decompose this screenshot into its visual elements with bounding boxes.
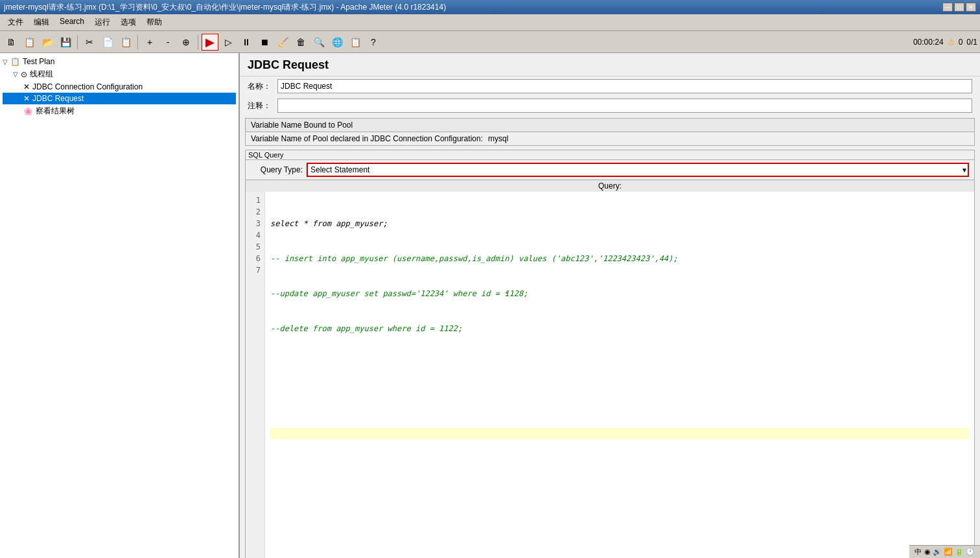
right-panel: JDBC Request 名称： 注释： Variable Name Bound…	[240, 53, 980, 558]
code-line-4: --delete from app_myuser where id = 1122…	[270, 323, 969, 334]
title-bar-buttons: — □ ✕	[942, 3, 976, 12]
stop-button[interactable]: ⏹	[256, 34, 273, 51]
variable-section: Variable Name Bound to Pool Variable Nam…	[245, 118, 975, 146]
toggle-button[interactable]: ⊕	[178, 34, 194, 51]
separator-3	[198, 35, 198, 49]
jdbc-panel: JDBC Request 名称： 注释： Variable Name Bound…	[240, 53, 980, 558]
tree-item-testplan[interactable]: ▽ 📋 Test Plan	[3, 56, 236, 67]
menu-edit[interactable]: 编辑	[29, 16, 54, 29]
code-line-8	[270, 463, 969, 558]
remote-button[interactable]: 🌐	[329, 34, 345, 51]
clear-all-button[interactable]: 🗑	[292, 34, 309, 51]
query-type-select[interactable]: Select Statement Update Statement Callab…	[307, 163, 969, 177]
minimize-button[interactable]: —	[942, 3, 953, 12]
name-input[interactable]	[277, 79, 972, 93]
code-line-2: -- insert into app_myuser (username,pass…	[270, 253, 969, 264]
status-bar: 中 ◉ 🔊 📶 🔋 🕐	[909, 545, 980, 558]
comment-label: 注释：	[248, 100, 274, 111]
code-line-6	[270, 393, 969, 404]
pool-variable-value: mysql	[488, 134, 508, 143]
separator-2	[137, 35, 138, 49]
expand-testplan[interactable]: ▽	[3, 58, 8, 65]
start-button[interactable]: ▶	[202, 34, 218, 51]
sql-section-title: SQL Query	[246, 150, 974, 160]
save-button[interactable]: 💾	[57, 34, 74, 51]
run-counter: 0/1	[966, 38, 977, 47]
line-num-1: 1	[250, 194, 261, 206]
line-numbers: 1 2 3 4 5 6 7	[246, 192, 265, 558]
menu-help[interactable]: 帮助	[141, 16, 167, 29]
code-text-1: select * from app_myuser;	[270, 219, 388, 228]
code-text-5	[270, 359, 275, 368]
line-num-5: 5	[250, 241, 261, 253]
cut-button[interactable]: ✂	[81, 34, 98, 51]
warning-icon: ⚠	[948, 38, 955, 47]
red-dot: •	[505, 290, 508, 296]
query-type-wrapper: Select Statement Update Statement Callab…	[307, 163, 969, 177]
expand-button[interactable]: +	[141, 34, 158, 51]
tree-item-threadgroup[interactable]: ▽ ⊙ 线程组	[3, 67, 236, 81]
jdbc-request-icon: ✕	[23, 94, 30, 103]
jdbc-config-label: JDBC Connection Configuration	[32, 82, 143, 91]
menu-options[interactable]: 选项	[115, 16, 141, 29]
copy-button[interactable]: 📄	[99, 34, 116, 51]
sql-section: SQL Query Query Type: Select Statement U…	[245, 150, 975, 558]
collapse-button[interactable]: -	[159, 34, 176, 51]
line-num-7: 7	[250, 264, 261, 276]
menu-file[interactable]: 文件	[3, 16, 29, 29]
code-line-3: --update app_myuser set passwd='12234' w…	[270, 288, 969, 299]
title-text: jmeter-mysql请求-练习.jmx (D:\1_学习资料\0_安大叔\0…	[4, 2, 446, 13]
line-num-4: 4	[250, 229, 261, 241]
code-line-1: select * from app_myuser;	[270, 218, 969, 229]
code-text-4: --delete from app_myuser where id = 1122…	[270, 324, 462, 333]
query-header: Query:	[246, 180, 974, 192]
code-text-6	[270, 394, 275, 403]
clear-button[interactable]: 🧹	[274, 34, 291, 51]
testplan-label: Test Plan	[23, 57, 54, 66]
line-num-3: 3	[250, 218, 261, 229]
threadgroup-label: 线程组	[30, 69, 53, 80]
open-button[interactable]: 📂	[39, 34, 56, 51]
comment-row: 注释：	[240, 96, 980, 115]
paste-button[interactable]: 📋	[117, 34, 134, 51]
comment-input[interactable]	[277, 99, 972, 113]
list-button[interactable]: 📋	[347, 34, 364, 51]
tree-panel: ▽ 📋 Test Plan ▽ ⊙ 线程组 ✕ JDBC Connection …	[0, 53, 240, 558]
result-tree-label: 察看结果树	[36, 106, 75, 117]
new-button[interactable]: 🗎	[3, 34, 19, 51]
tree-item-jdbc-request[interactable]: ✕ JDBC Request	[3, 93, 236, 104]
status-icons: ◉ 🔊 📶 🔋 🕐	[924, 548, 975, 556]
code-text-7	[270, 429, 275, 438]
tree-item-jdbc-config[interactable]: ✕ JDBC Connection Configuration	[3, 81, 236, 93]
menu-search[interactable]: Search	[54, 16, 89, 29]
search-btn[interactable]: 🔍	[310, 34, 327, 51]
help-button[interactable]: ?	[365, 34, 382, 51]
main-layout: ▽ 📋 Test Plan ▽ ⊙ 线程组 ✕ JDBC Connection …	[0, 53, 980, 558]
result-tree-icon: 🌸	[23, 107, 33, 116]
code-text-3: --update app_myuser set passwd='12234' w…	[270, 289, 528, 298]
line-num-2: 2	[250, 206, 261, 218]
menu-run[interactable]: 运行	[89, 16, 115, 29]
jdbc-config-icon: ✕	[23, 82, 30, 91]
start-no-pause-button[interactable]: ▷	[220, 34, 237, 51]
tree-item-result-tree[interactable]: 🌸 察看结果树	[3, 104, 236, 118]
timer-area: 00:00:24 ⚠ 0 0/1	[913, 38, 977, 47]
name-label: 名称：	[248, 81, 274, 92]
separator-1	[77, 35, 78, 49]
threadgroup-icon: ⊙	[21, 70, 27, 79]
menu-bar: 文件 编辑 Search 运行 选项 帮助	[0, 14, 980, 31]
code-editor: 1 2 3 4 5 6 7 select * from app_myuser; …	[246, 192, 974, 558]
query-type-row: Query Type: Select Statement Update Stat…	[246, 160, 974, 180]
maximize-button[interactable]: □	[954, 3, 964, 12]
expand-threadgroup[interactable]: ▽	[13, 71, 18, 78]
pause-button[interactable]: ⏸	[238, 34, 255, 51]
line-num-6: 6	[250, 253, 261, 264]
close-button[interactable]: ✕	[966, 3, 976, 12]
code-text-2: -- insert into app_myuser (username,pass…	[270, 254, 678, 263]
code-content[interactable]: select * from app_myuser; -- insert into…	[265, 192, 974, 558]
open-template-button[interactable]: 📋	[21, 34, 38, 51]
pool-variable-label: Variable Name of Pool declared in JDBC C…	[251, 134, 483, 143]
toolbar: 🗎 📋 📂 💾 ✂ 📄 📋 + - ⊕ ▶ ▷ ⏸ ⏹ 🧹 🗑 🔍 🌐 📋 ? …	[0, 31, 980, 53]
timer-display: 00:00:24	[913, 38, 944, 47]
title-bar: jmeter-mysql请求-练习.jmx (D:\1_学习资料\0_安大叔\0…	[0, 0, 980, 14]
